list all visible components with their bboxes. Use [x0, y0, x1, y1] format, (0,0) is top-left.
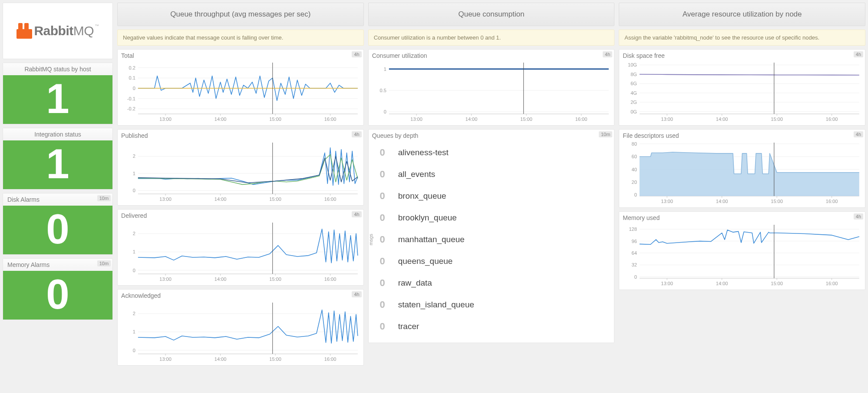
rabbitmq-logo: RabbitMQ™ — [3, 3, 113, 59]
status-tile-2[interactable]: Disk Alarms10m 0 — [3, 193, 113, 255]
svg-text:15:00: 15:00 — [771, 117, 783, 122]
svg-text:14:00: 14:00 — [215, 196, 227, 202]
time-badge[interactable]: 4h — [603, 51, 612, 57]
svg-text:40: 40 — [632, 167, 637, 172]
queues-axis-label: msgs — [368, 234, 373, 245]
queue-depth: 0 — [375, 147, 390, 158]
status-title: Disk Alarms10m — [3, 193, 112, 206]
chart-memory[interactable]: Memory used4h 032649612813:0014:0015:001… — [619, 211, 865, 290]
time-badge[interactable]: 4h — [352, 211, 361, 217]
logo-text: RabbitMQ™ — [34, 23, 99, 38]
status-tile-1[interactable]: Integration status 1 — [3, 128, 113, 190]
queue-name: all_events — [398, 170, 436, 179]
svg-text:0G: 0G — [631, 109, 637, 114]
svg-text:2G: 2G — [631, 100, 637, 105]
queue-depth: 0 — [375, 169, 390, 180]
svg-text:14:00: 14:00 — [465, 117, 478, 122]
svg-text:80: 80 — [632, 141, 637, 147]
svg-text:6G: 6G — [631, 81, 637, 86]
status-tile-0[interactable]: RabbitMQ status by host 1 — [3, 63, 113, 124]
status-value: 1 — [3, 75, 112, 124]
svg-text:16:00: 16:00 — [324, 117, 337, 122]
svg-text:13:00: 13:00 — [410, 117, 422, 122]
status-value: 0 — [3, 206, 112, 254]
svg-text:-0.1: -0.1 — [127, 96, 135, 101]
svg-text:14:00: 14:00 — [215, 356, 227, 362]
chart-consumer-util[interactable]: Consumer utilization4h 00.5113:0014:0015… — [368, 49, 615, 126]
svg-text:15:00: 15:00 — [771, 199, 783, 204]
svg-text:14:00: 14:00 — [215, 117, 227, 122]
svg-text:16:00: 16:00 — [826, 281, 838, 286]
chart-total[interactable]: Total4h -0.2-0.100.10.213:0014:0015:0016… — [117, 49, 364, 126]
svg-text:0: 0 — [133, 348, 135, 353]
svg-text:16:00: 16:00 — [324, 276, 337, 282]
svg-text:13:00: 13:00 — [661, 199, 673, 204]
chart-acknowledged[interactable]: Acknowledged4h 01213:0014:0015:0016:00 — [117, 289, 364, 366]
svg-text:16:00: 16:00 — [324, 356, 337, 362]
chart-title: Disk space free — [623, 52, 664, 59]
svg-text:1: 1 — [133, 171, 135, 176]
svg-text:128: 128 — [629, 226, 637, 232]
svg-text:16:00: 16:00 — [575, 117, 587, 122]
time-badge[interactable]: 10m — [599, 131, 612, 137]
svg-text:14:00: 14:00 — [215, 276, 227, 282]
status-value: 0 — [3, 271, 112, 320]
queue-row[interactable]: 0 tracer — [372, 316, 611, 337]
queue-depth: 0 — [375, 321, 390, 332]
queue-row[interactable]: 0 raw_data — [372, 272, 611, 294]
queue-row[interactable]: 0 staten_island_queue — [372, 294, 611, 316]
queue-row[interactable]: 0 manhattan_queue — [372, 229, 611, 250]
resources-header: Average resource utilization by node — [619, 3, 865, 26]
queues-by-depth-panel[interactable]: Queues by depth10m msgs 0 aliveness-test… — [368, 129, 615, 343]
time-badge[interactable]: 10m — [97, 260, 111, 266]
svg-text:4G: 4G — [631, 90, 637, 96]
chart-disk-free[interactable]: Disk space free4h 0G2G4G6G8G10G13:0014:0… — [619, 49, 865, 126]
time-badge[interactable]: 10m — [97, 195, 111, 201]
svg-text:60: 60 — [632, 154, 637, 159]
svg-text:13:00: 13:00 — [159, 196, 172, 202]
chart-fds[interactable]: File descriptors used4h 02040608013:0014… — [619, 129, 865, 208]
queue-depth: 0 — [375, 299, 390, 310]
svg-text:2: 2 — [133, 153, 135, 159]
svg-text:13:00: 13:00 — [159, 276, 172, 282]
time-badge[interactable]: 4h — [854, 51, 863, 57]
queue-name: raw_data — [398, 278, 432, 288]
chart-published[interactable]: Published4h 01213:0014:0015:0016:00 — [117, 129, 364, 206]
queue-row[interactable]: 0 all_events — [372, 163, 611, 185]
status-title: Integration status — [3, 128, 112, 140]
queue-row[interactable]: 0 brooklyn_queue — [372, 207, 611, 229]
queue-name: bronx_queue — [398, 191, 446, 201]
svg-text:0.1: 0.1 — [129, 75, 135, 80]
time-badge[interactable]: 4h — [352, 51, 361, 57]
svg-text:15:00: 15:00 — [269, 276, 281, 282]
queue-row[interactable]: 0 bronx_queue — [372, 185, 611, 207]
svg-text:8G: 8G — [631, 72, 637, 77]
svg-text:0.5: 0.5 — [380, 88, 386, 93]
queue-name: manhattan_queue — [398, 235, 465, 244]
resources-column: Average resource utilization by node Ass… — [619, 3, 865, 366]
chart-title: Queues by depth — [372, 132, 419, 139]
throughput-note: Negative values indicate that message co… — [117, 30, 364, 46]
dashboard: RabbitMQ™ RabbitMQ status by host 1Integ… — [3, 3, 865, 366]
chart-title: Delivered — [121, 212, 147, 219]
chart-title: Consumer utilization — [372, 52, 427, 59]
queue-row[interactable]: 0 queens_queue — [372, 250, 611, 272]
queue-name: aliveness-test — [398, 148, 449, 157]
svg-text:0: 0 — [133, 188, 135, 193]
svg-text:0.2: 0.2 — [129, 65, 135, 70]
time-badge[interactable]: 4h — [352, 131, 361, 137]
queue-depth: 0 — [375, 234, 390, 245]
svg-text:13:00: 13:00 — [661, 117, 673, 122]
svg-text:0: 0 — [634, 274, 637, 280]
svg-text:32: 32 — [632, 262, 637, 267]
time-badge[interactable]: 4h — [854, 213, 863, 220]
time-badge[interactable]: 4h — [352, 291, 361, 297]
svg-text:14:00: 14:00 — [716, 117, 728, 122]
chart-delivered[interactable]: Delivered4h 01213:0014:0015:0016:00 — [117, 209, 364, 286]
time-badge[interactable]: 4h — [854, 131, 863, 137]
svg-text:13:00: 13:00 — [159, 356, 172, 362]
queue-row[interactable]: 0 aliveness-test — [372, 142, 611, 163]
svg-text:15:00: 15:00 — [520, 117, 532, 122]
status-tile-3[interactable]: Memory Alarms10m 0 — [3, 258, 113, 320]
svg-text:15:00: 15:00 — [771, 281, 783, 286]
